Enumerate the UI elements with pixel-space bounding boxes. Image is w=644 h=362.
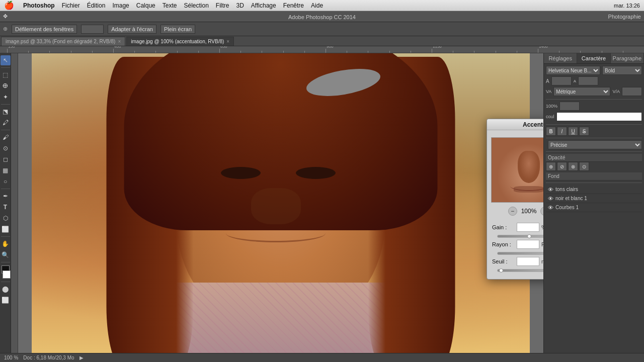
background-color[interactable] (3, 270, 11, 279)
adapter-ecran-button[interactable]: Adapter à l'écran (108, 25, 156, 34)
move-tool[interactable]: ↖ (1, 55, 11, 65)
eye-icon-0[interactable]: 👁 (548, 187, 553, 193)
ps-topbar: ✥ Adobe Photoshop CC 2014 Photographie (0, 11, 644, 22)
bold-btn[interactable]: B (546, 127, 556, 136)
toolbar-separator-7 (1, 282, 10, 282)
preview-nose (518, 151, 540, 183)
seuil-slider-thumb[interactable] (499, 268, 503, 273)
dodge-tool[interactable]: ○ (1, 176, 11, 187)
canvas-area[interactable]: Accentuation − (11, 53, 543, 353)
zoom-out-btn[interactable]: − (508, 207, 517, 216)
mouth (226, 224, 326, 242)
strikethrough-btn[interactable]: S (579, 127, 589, 136)
font-weight-select[interactable]: Bold (602, 66, 642, 75)
move-tool-icon[interactable]: ✥ (3, 13, 8, 20)
zoom-pct-input[interactable]: 100 % (559, 102, 580, 111)
gain-slider[interactable] (497, 235, 543, 238)
italic-btn[interactable]: I (557, 127, 567, 136)
layer-icon-2[interactable]: ⊘ (557, 162, 567, 171)
seuil-slider[interactable] (497, 269, 543, 272)
underline-btn[interactable]: U (568, 127, 578, 136)
layer-name-0: tons clairs (555, 187, 578, 192)
gradient-tool[interactable]: ▦ (1, 165, 11, 175)
tab-caractere[interactable]: Caractère (577, 53, 610, 63)
rayon-row: Rayon : 146,9 Pixels (492, 240, 543, 249)
font-family-select[interactable]: Helvetica Neue B... (546, 66, 600, 75)
pen-tool[interactable]: ✒ (1, 191, 11, 201)
panel-divider-2 (546, 124, 642, 125)
menu-fichier[interactable]: Fichier (62, 2, 80, 9)
zoom-row: 100% 100 % (546, 102, 642, 111)
brush-tool[interactable]: 🖌 (1, 132, 11, 142)
menu-calque[interactable]: Calque (136, 2, 155, 9)
zoom-input[interactable]: 100 % (81, 25, 104, 34)
path-tool[interactable]: ⬡ (1, 213, 11, 223)
tab-paragraphe[interactable]: Paragraphe (611, 53, 644, 63)
gain-unit: % (541, 224, 543, 230)
tab-reglages[interactable]: Réglages (544, 53, 577, 63)
menu-edition[interactable]: Édition (87, 2, 106, 9)
tracking-input[interactable]: 0 (622, 87, 642, 96)
lasso-tool[interactable]: ⴲ (1, 81, 11, 91)
screen-mode[interactable]: ⬜ (1, 295, 11, 305)
layer-icon-1[interactable]: ⊕ (546, 162, 556, 171)
standard-mode[interactable]: ⬤ (1, 284, 11, 294)
menu-image[interactable]: Image (112, 2, 129, 9)
font-size-icon: A (546, 78, 549, 84)
document-tabs: image.psd @ 33,3% (Fond en dégradé 2, RV… (0, 36, 644, 46)
align-select[interactable]: Précise (548, 140, 642, 149)
font-size-row: A 36 px A 25 px (546, 76, 642, 85)
rayon-input[interactable]: 146,9 (517, 240, 539, 249)
dialog-left: − 100% + (491, 133, 543, 219)
menu-filtre[interactable]: Filtre (216, 2, 229, 9)
menu-texte[interactable]: Texte (163, 2, 177, 9)
rayon-slider[interactable] (497, 252, 543, 255)
tab-1[interactable]: image.jpg @ 100% (accentuation, RVB/8) × (126, 37, 234, 46)
menu-3d[interactable]: 3D (236, 2, 244, 9)
tab-close-0[interactable]: × (118, 39, 121, 44)
eye-icon-2[interactable]: 👁 (548, 205, 553, 211)
zoom-in-btn[interactable]: + (540, 207, 543, 216)
gain-input[interactable]: 78 (517, 223, 539, 232)
type-tool[interactable]: T (1, 202, 11, 212)
toolbar-separator-1 (1, 67, 10, 68)
font-size-input[interactable]: 36 px (551, 76, 572, 85)
menu-fenetre[interactable]: Fenêtre (283, 2, 304, 9)
left-eye (221, 167, 261, 179)
marquee-tool[interactable]: ⬚ (1, 70, 11, 80)
layer-icon-3[interactable]: ⊗ (568, 162, 578, 171)
zoom-tool[interactable]: 🔍 (1, 250, 11, 260)
metric-select[interactable]: Métrique (553, 87, 610, 96)
dialog-preview[interactable] (491, 137, 543, 203)
tab-close-1[interactable]: × (226, 39, 229, 44)
menu-aide[interactable]: Aide (311, 2, 323, 9)
hand-tool[interactable]: ✋ (1, 239, 11, 249)
layer-item-2[interactable]: 👁 Courbes 1 (546, 203, 642, 212)
eyedropper-tool[interactable]: 🖍 (1, 118, 11, 128)
app-name[interactable]: Photoshop (23, 2, 55, 9)
defile-fenetres-button[interactable]: Défilement des fenêtres (12, 25, 77, 34)
layer-icon-4[interactable]: ⊙ (579, 162, 589, 171)
magic-wand-tool[interactable]: ✦ (1, 92, 11, 102)
font-size2-input[interactable]: 25 px (578, 76, 598, 85)
gain-slider-thumb[interactable] (527, 234, 531, 238)
menu-affichage[interactable]: Affichage (251, 2, 276, 9)
menu-selection[interactable]: Sélection (184, 2, 208, 9)
plein-ecran-button[interactable]: Plein écran (160, 25, 195, 34)
crop-tool[interactable]: ⬔ (1, 107, 11, 117)
options-bar: ⊕ Défilement des fenêtres 100 % Adapter … (0, 22, 644, 36)
ruler-vertical (11, 53, 18, 353)
layer-item-0[interactable]: 👁 tons clairs (546, 185, 642, 194)
seuil-unit: niveaux (541, 258, 543, 264)
tab-0[interactable]: image.psd @ 33,3% (Fond en dégradé 2, RV… (1, 37, 125, 46)
clone-tool[interactable]: ⊙ (1, 143, 11, 153)
status-arrow[interactable]: ▶ (79, 355, 84, 360)
seuil-input[interactable]: 0 (517, 257, 539, 266)
eraser-tool[interactable]: ◻ (1, 154, 11, 164)
eye-icon-1[interactable]: 👁 (548, 196, 553, 202)
color-swatch[interactable] (556, 112, 642, 121)
layer-item-1[interactable]: 👁 noir et blanc 1 (546, 194, 642, 203)
apple-menu[interactable]: 🍎 (4, 1, 14, 10)
gain-label: Gain : (492, 224, 515, 230)
shape-tool[interactable]: ⬜ (1, 224, 11, 234)
